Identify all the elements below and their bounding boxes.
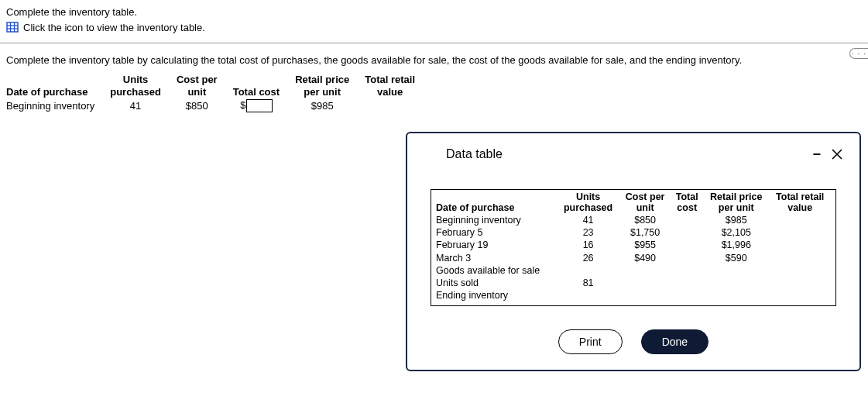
- row-units: 41: [102, 98, 169, 114]
- svg-rect-0: [7, 22, 18, 32]
- cell-trv: [769, 239, 831, 251]
- row-rpu: $985: [287, 98, 357, 114]
- table-row: February 523$1,750$2,105: [436, 226, 831, 239]
- row-label: Beginning inventory: [6, 98, 102, 114]
- table-row: Goods available for sale: [436, 264, 831, 277]
- table-row: Beginning inventory41$850$985: [436, 214, 831, 226]
- divider: [0, 43, 868, 43]
- cell-tc: [671, 264, 703, 277]
- cell-trv: [769, 277, 831, 289]
- done-button[interactable]: Done: [641, 329, 708, 354]
- table-row: Ending inventory: [436, 289, 831, 302]
- cell-units: [557, 289, 619, 302]
- cell-trv: [769, 214, 831, 226]
- cell-date: February 5: [436, 226, 557, 239]
- cell-rpu: [703, 277, 769, 289]
- close-icon[interactable]: [832, 149, 842, 160]
- cell-units: 41: [557, 214, 619, 226]
- cell-tc: [671, 214, 703, 226]
- cell-cpu: $490: [619, 252, 671, 264]
- print-button[interactable]: Print: [558, 329, 623, 354]
- dh-trv: Total retailvalue: [769, 191, 831, 214]
- cell-date: February 19: [436, 239, 557, 251]
- cell-units: 26: [557, 252, 619, 264]
- cell-cpu: $1,750: [619, 226, 671, 239]
- table-icon[interactable]: [6, 21, 19, 33]
- currency-prefix: $: [240, 99, 245, 111]
- wh-date: Date of purchase: [6, 74, 102, 98]
- cell-date: Goods available for sale: [436, 264, 557, 277]
- cell-tc: [671, 239, 703, 251]
- cell-trv: [769, 226, 831, 239]
- cell-units: 23: [557, 226, 619, 239]
- cell-rpu: $590: [703, 252, 769, 264]
- cell-rpu: $1,996: [703, 239, 769, 251]
- dh-units: Unitspurchased: [557, 191, 619, 214]
- cell-units: [557, 264, 619, 277]
- data-table-modal: Data table − Date of purchase Unitspurch…: [406, 132, 861, 371]
- instruction-text-2: Click the icon to view the inventory tab…: [23, 22, 205, 33]
- table-row: Beginning inventory 41 $850 $ $985: [6, 98, 423, 114]
- cell-tc: [671, 226, 703, 239]
- cell-date: Units sold: [436, 277, 557, 289]
- cell-date: Ending inventory: [436, 289, 557, 302]
- cell-units: 81: [557, 277, 619, 289]
- dh-cpu: Cost perunit: [619, 191, 671, 214]
- dh-rpu: Retail priceper unit: [703, 191, 769, 214]
- cell-date: Beginning inventory: [436, 214, 557, 226]
- cell-rpu: [703, 264, 769, 277]
- row-cpu: $850: [169, 98, 225, 114]
- wh-trv: Total retailvalue: [357, 74, 423, 98]
- overflow-menu[interactable]: · · ·: [849, 48, 868, 59]
- cell-tc: [671, 289, 703, 302]
- cell-date: March 3: [436, 252, 557, 264]
- cell-rpu: [703, 289, 769, 302]
- instruction-text-1: Complete the inventory table.: [6, 6, 862, 18]
- cell-tc: [671, 277, 703, 289]
- table-row: March 326$490$590: [436, 252, 831, 264]
- wh-cost: Cost perunit: [169, 74, 225, 98]
- cell-trv: [769, 289, 831, 302]
- wh-retail: Retail priceper unit: [287, 74, 357, 98]
- work-table: Date of purchase Unitspurchased Cost per…: [6, 74, 423, 114]
- cell-units: 16: [557, 239, 619, 251]
- cell-rpu: $2,105: [703, 226, 769, 239]
- data-table: Date of purchase Unitspurchased Cost per…: [436, 191, 831, 302]
- table-row: Units sold81: [436, 277, 831, 289]
- modal-title: Data table: [424, 147, 503, 161]
- cell-trv: [769, 252, 831, 264]
- cell-trv: [769, 264, 831, 277]
- wh-total-cost: Total cost: [225, 74, 287, 98]
- wh-units: Unitspurchased: [102, 74, 169, 98]
- table-row: February 1916$955$1,996: [436, 239, 831, 251]
- cell-tc: [671, 252, 703, 264]
- dh-tc: Totalcost: [671, 191, 703, 214]
- cell-rpu: $985: [703, 214, 769, 226]
- cell-cpu: $850: [619, 214, 671, 226]
- cell-cpu: [619, 289, 671, 302]
- cell-cpu: [619, 264, 671, 277]
- cell-cpu: $955: [619, 239, 671, 251]
- total-cost-input[interactable]: [246, 99, 273, 112]
- dh-date: Date of purchase: [436, 191, 557, 214]
- minimize-icon[interactable]: −: [812, 147, 821, 161]
- cell-cpu: [619, 277, 671, 289]
- subtitle-text: Complete the inventory table by calculat…: [6, 54, 862, 66]
